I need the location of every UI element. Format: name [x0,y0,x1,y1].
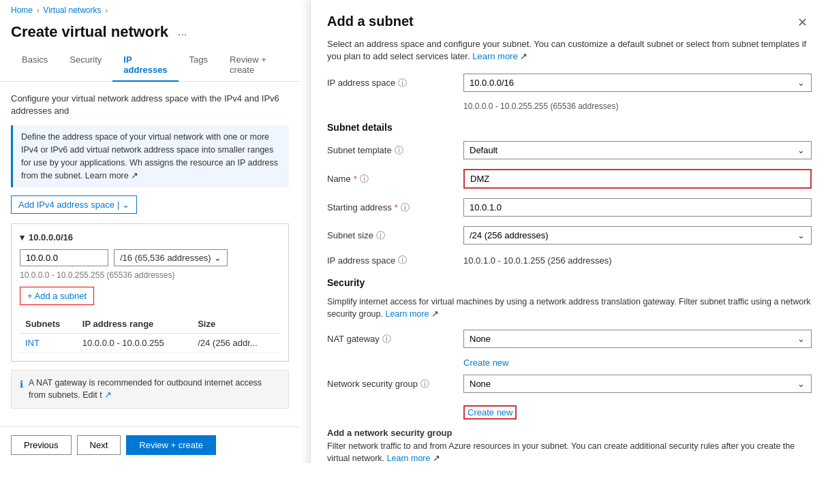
next-button[interactable]: Next [77,435,121,455]
starting-address-row: Starting address * ⓘ [327,198,812,217]
address-inputs: /16 (65,536 addresses) ⌄ [20,249,280,266]
left-panel: Configure your virtual network address s… [0,82,300,463]
tab-security[interactable]: Security [59,49,112,82]
starting-address-required: * [395,202,398,212]
tab-review-create[interactable]: Review + create [219,49,289,82]
tabs-bar: Basics Security IP addresses Tags Review… [0,49,300,82]
add-ipv4-button[interactable]: Add IPv4 address space | ⌄ [11,195,137,214]
bottom-buttons: Previous Next Review + create [0,426,300,463]
ip-input[interactable] [20,249,108,266]
learn-more-link[interactable]: Learn more [85,171,129,180]
info-icon: ℹ [20,378,23,401]
nsg-add-title: Add a network security group [327,428,812,438]
info-box: Define the address space of your virtual… [11,125,289,187]
ip-space-range-row: IP address space ⓘ 10.0.1.0 - 10.0.1.255… [327,254,812,266]
nat-learn-more[interactable]: ↗ [104,390,112,400]
panel-title: Add a subnet [327,14,414,29]
nsg-row: Network security group ⓘ None [327,375,812,393]
col-subnets: Subnets [20,315,77,334]
info-text: Configure your virtual network address s… [11,93,289,117]
address-range-text: 10.0.0.0 - 10.0.255.255 (65536 addresses… [20,270,280,280]
name-info-icon: ⓘ [360,173,369,185]
panel-subtitle: Select an address space and configure yo… [327,38,812,63]
subnet-size-select-wrapper: /24 (256 addresses) [463,226,812,245]
starting-address-info-icon: ⓘ [401,202,410,214]
add-subnet-panel: Add a subnet ✕ Select an address space a… [310,0,828,463]
page-title-area: Create virtual network ... [0,20,300,49]
ip-space-range: 10.0.0.0 - 10.0.255.255 (65536 addresses… [463,101,812,111]
ip-space-range-label: IP address space ⓘ [327,254,463,266]
nsg-select[interactable]: None [463,375,812,393]
col-size: Size [192,315,280,334]
starting-address-label: Starting address * ⓘ [327,202,463,214]
security-learn-more[interactable]: Learn more [385,309,429,319]
name-required: * [354,174,357,184]
ip-address-space-label: IP address space ⓘ [327,77,463,89]
col-ip-range: IP address range [77,315,192,334]
previous-button[interactable]: Previous [11,435,72,455]
nsg-add-desc: Filter network traffic to and from Azure… [327,441,812,463]
ip-space-range-info-icon: ⓘ [398,254,407,266]
nat-gateway-row: NAT gateway ⓘ None [327,330,812,348]
ellipsis-button[interactable]: ... [174,25,191,40]
ip-address-space-select-wrapper: 10.0.0.0/16 [463,74,812,92]
ip-address-space-select[interactable]: 10.0.0.0/16 [463,74,812,92]
ip-address-space-row: IP address space ⓘ 10.0.0.0/16 [327,74,812,92]
close-button[interactable]: ✕ [793,14,812,31]
starting-address-input[interactable] [463,198,812,217]
panel-header: Add a subnet ✕ [327,14,812,31]
nat-create-new-link[interactable]: Create new [463,358,812,368]
breadcrumb-sep2: › [106,7,108,14]
subnet-details-header: Subnet details [327,122,812,133]
add-subnet-button[interactable]: + Add a subnet [20,287,94,305]
tab-ip-addresses[interactable]: IP addresses [112,49,178,82]
nat-gateway-label: NAT gateway ⓘ [327,333,463,345]
name-input[interactable] [463,169,812,189]
nsg-info-icon: ⓘ [420,378,429,390]
address-space-header[interactable]: ▾ 10.0.0.0/16 [20,232,280,242]
nsg-label: Network security group ⓘ [327,378,463,390]
ip-space-info-icon: ⓘ [398,77,407,89]
tab-basics[interactable]: Basics [11,49,59,82]
subnet-size-select[interactable]: /24 (256 addresses) [463,226,812,245]
subnets-table: Subnets IP address range Size INT 10.0.0… [20,315,280,353]
nsg-add-learn-more[interactable]: Learn more [387,454,431,463]
tab-tags[interactable]: Tags [179,49,219,82]
nat-gateway-select-wrapper: None [463,330,812,348]
nsg-add-section: Add a network security group Filter netw… [327,428,812,463]
subnet-name-link[interactable]: INT [25,338,40,348]
breadcrumb-sep1: › [37,7,39,14]
table-row: INT 10.0.0.0 - 10.0.0.255 /24 (256 addr.… [20,334,280,353]
name-label: Name * ⓘ [327,173,463,185]
subnet-size-info-icon: ⓘ [376,230,385,242]
subnet-template-label: Subnet template ⓘ [327,144,463,157]
review-create-button[interactable]: Review + create [126,435,216,455]
security-desc: Simplify internet access for virtual mac… [327,296,812,320]
page-title: Create virtual network [11,23,168,41]
panel-learn-more[interactable]: Learn more [472,51,517,61]
security-header: Security [327,277,812,288]
name-row: Name * ⓘ [327,169,812,189]
nat-gateway-select[interactable]: None [463,330,812,348]
address-space-box: ▾ 10.0.0.0/16 /16 (65,536 addresses) ⌄ 1… [11,223,289,362]
nsg-create-new-link[interactable]: Create new [463,405,517,420]
subnet-size-row: Subnet size ⓘ /24 (256 addresses) [327,226,812,245]
nat-info: ℹ A NAT gateway is recommended for outbo… [11,370,289,409]
subnet-template-select[interactable]: Default [463,141,812,159]
ip-space-range-value: 10.0.1.0 - 10.0.1.255 (256 addresses) [463,255,612,266]
cidr-select[interactable]: /16 (65,536 addresses) ⌄ [114,249,228,266]
breadcrumb: Home › Virtual networks › [0,0,300,20]
subnet-template-info-icon: ⓘ [395,144,403,157]
subnet-template-select-wrapper: Default [463,141,812,159]
nat-gateway-info-icon: ⓘ [382,333,391,345]
breadcrumb-virtual-networks[interactable]: Virtual networks [43,5,101,15]
subnet-template-row: Subnet template ⓘ Default [327,141,812,159]
subnet-size-label: Subnet size ⓘ [327,230,463,242]
breadcrumb-home[interactable]: Home [11,5,33,15]
nsg-select-wrapper: None [463,375,812,393]
